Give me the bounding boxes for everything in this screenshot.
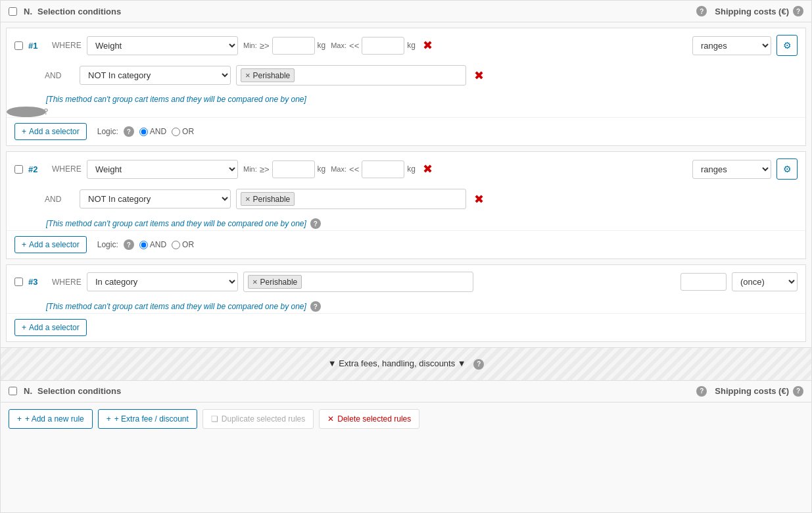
rule-1-condition2-selector[interactable]: NOT In category	[80, 66, 231, 85]
rule-2-condition2-selector[interactable]: NOT In category	[80, 189, 231, 208]
rule-1-add-selector-label: Add a selector	[29, 127, 80, 136]
header-selection-label: Selection conditions	[37, 7, 696, 16]
rule-1-max-label: Max:	[331, 41, 346, 49]
rule-1-where-label: WHERE	[52, 41, 82, 50]
extra-fees-question[interactable]: ?	[473, 359, 484, 370]
header-checkbox[interactable]	[9, 7, 17, 16]
extra-fees-label: ▼ Extra fees, handling, discounts ▼	[328, 358, 466, 368]
rule-1-warning-help[interactable]: ?	[7, 107, 46, 117]
rule-2-logic-question[interactable]: ?	[124, 239, 134, 250]
rule-2-row-2: AND NOT In category × Perishable ✖	[7, 186, 805, 216]
rule-3-row-1: #3 WHERE In category × Perishable 100 (o…	[7, 265, 805, 299]
rule-2-min-input[interactable]: 13	[272, 160, 315, 178]
bottom-header-selection-label: Selection conditions	[37, 386, 696, 396]
rule-2-warning: [This method can't group cart items and …	[46, 219, 306, 228]
rule-3-tag-remove[interactable]: ×	[252, 277, 258, 287]
header-n-label: N.	[24, 7, 32, 16]
rule-1-logic-question[interactable]: ?	[124, 126, 134, 137]
rule-2-logic-label: Logic:	[97, 240, 118, 249]
rule-2-tags-input[interactable]: × Perishable	[236, 189, 466, 209]
rule-2-or-radio[interactable]	[172, 241, 180, 249]
rule-2-gte-icon: ≥>	[260, 164, 270, 174]
rule-1-and-radio-label[interactable]: AND	[139, 127, 166, 136]
rule-1-row-2: AND NOT In category × Perishable ✖	[7, 62, 805, 92]
rule-2-tag-perishable: × Perishable	[241, 192, 295, 206]
rule-1-max-group: Max: << 13 kg	[331, 37, 416, 55]
bottom-header-checkbox[interactable]	[9, 387, 17, 395]
rule-2-and-radio-text: AND	[150, 240, 166, 249]
extra-fee-icon: +	[107, 414, 111, 424]
extra-fees-section[interactable]: ▼ Extra fees, handling, discounts ▼ ?	[1, 347, 811, 381]
bottom-header-question-icon[interactable]: ?	[696, 386, 707, 397]
rule-1-cost-type-select[interactable]: ranges	[692, 36, 771, 55]
rule-3-footer: + Add a selector	[7, 313, 805, 341]
rule-2-max-unit: kg	[407, 164, 416, 174]
rule-1-add-selector-btn[interactable]: + Add a selector	[14, 123, 87, 140]
rule-1-min-input[interactable]: 0	[272, 37, 315, 55]
rule-1-gear-button[interactable]: ⚙	[776, 35, 798, 56]
rule-3-warning: [This method can't group cart items and …	[46, 302, 306, 311]
rule-2-gear-button[interactable]: ⚙	[776, 159, 798, 180]
rule-1-add-selector-plus: +	[22, 127, 26, 136]
bottom-header-shipping-question-icon[interactable]: ?	[793, 386, 803, 397]
header-question-icon[interactable]: ?	[696, 6, 707, 16]
rule-2-warning-help[interactable]: ?	[310, 218, 321, 229]
delete-rules-button[interactable]: ✕ Delete selected rules	[319, 409, 419, 429]
rule-2-and-radio[interactable]	[139, 241, 148, 249]
header-shipping-question-icon[interactable]: ?	[793, 6, 803, 16]
rule-1-condition1-selector[interactable]: Weight	[87, 36, 238, 55]
rule-3-cost-value[interactable]: 100	[681, 273, 727, 291]
rule-1-condition1-remove[interactable]: ✖	[421, 38, 435, 53]
rule-1-or-radio[interactable]	[172, 128, 180, 136]
add-new-rule-label: + Add a new rule	[25, 414, 84, 424]
rule-2-max-input[interactable]: 0	[362, 160, 404, 178]
rule-2-lte-icon: <<	[349, 164, 359, 174]
rule-1-condition2-remove[interactable]: ✖	[471, 68, 486, 83]
rule-3-checkbox[interactable]	[14, 278, 23, 286]
rule-3-add-selector-plus: +	[22, 323, 26, 332]
rule-1-or-radio-label[interactable]: OR	[172, 127, 194, 136]
rule-3-condition1-selector[interactable]: In category	[87, 272, 238, 291]
rule-3-cost-type-select[interactable]: (once)	[732, 272, 798, 291]
rule-3-add-selector-label: Add a selector	[29, 323, 80, 332]
rule-2-condition1-remove[interactable]: ✖	[421, 162, 435, 176]
rule-2-add-selector-btn[interactable]: + Add a selector	[14, 236, 87, 253]
add-new-rule-button[interactable]: + + Add a new rule	[9, 409, 93, 429]
rule-2-and-label: AND	[45, 195, 74, 204]
bottom-header-n-label: N.	[24, 386, 32, 396]
rule-1-min-group: Min: ≥> 0 kg	[243, 37, 325, 55]
rule-3-add-selector-btn[interactable]: + Add a selector	[14, 319, 87, 336]
rule-1-or-radio-text: OR	[182, 127, 194, 136]
rule-1-max-unit: kg	[407, 41, 416, 50]
rule-1-logic-group: Logic: ? AND OR	[97, 126, 194, 137]
rule-2-row-1: #2 WHERE Weight Min: ≥> 13 kg Max: << 0 …	[7, 152, 805, 186]
rule-2-condition1-selector[interactable]: Weight	[87, 160, 238, 179]
rule-1-checkbox[interactable]	[14, 41, 23, 50]
rule-2-logic-group: Logic: ? AND OR	[97, 239, 194, 250]
extra-fee-button[interactable]: + + Extra fee / discount	[98, 409, 197, 429]
rule-1-tags-input[interactable]: × Perishable	[236, 65, 466, 86]
rule-1-number: #1	[28, 41, 47, 51]
rule-2-or-radio-label[interactable]: OR	[172, 240, 194, 249]
rule-1-row-1: #1 WHERE Weight Min: ≥> 0 kg Max: << 13 …	[7, 28, 805, 62]
rule-2-min-unit: kg	[318, 164, 326, 174]
rule-3-tags-input[interactable]: × Perishable	[243, 272, 473, 292]
rule-1-max-input[interactable]: 13	[362, 37, 404, 55]
rule-1-and-radio[interactable]	[139, 128, 148, 136]
rule-2-min-label: Min:	[243, 165, 257, 173]
rule-3-number: #3	[28, 277, 47, 287]
duplicate-rules-button[interactable]: ❏ Duplicate selected rules	[203, 409, 314, 429]
rule-2-and-radio-label[interactable]: AND	[139, 240, 166, 249]
rule-1-tag-remove[interactable]: ×	[245, 70, 251, 80]
rule-1-lte-icon: <<	[349, 41, 359, 51]
rule-2-cost-type-select[interactable]: ranges	[692, 160, 771, 179]
rule-2-max-group: Max: << 0 kg	[331, 160, 416, 178]
rule-1-and-radio-text: AND	[150, 127, 166, 136]
bottom-table-header: N. Selection conditions ? Shipping costs…	[1, 381, 811, 403]
rule-3-warning-help[interactable]: ?	[310, 301, 321, 312]
rule-2-min-group: Min: ≥> 13 kg	[243, 160, 325, 178]
rule-2-condition2-remove[interactable]: ✖	[471, 192, 486, 207]
rule-2-checkbox[interactable]	[14, 165, 23, 174]
bottom-header-shipping-label: Shipping costs (€)	[715, 386, 789, 396]
rule-2-tag-remove[interactable]: ×	[245, 194, 251, 204]
